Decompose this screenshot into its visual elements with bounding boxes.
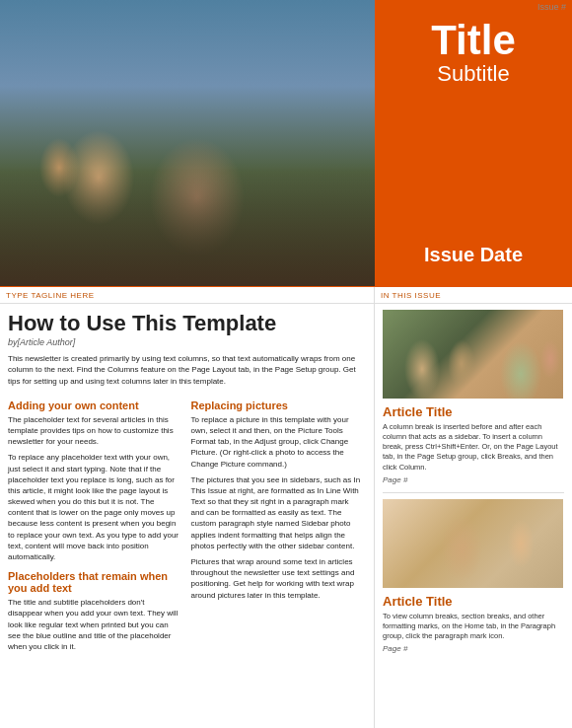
article-intro: This newsletter is created primarily by … bbox=[8, 353, 364, 387]
title-top: Title Subtitle bbox=[390, 20, 557, 87]
sidebar: Article Title A column break is inserted… bbox=[375, 304, 572, 728]
article-title: How to Use This Template bbox=[8, 312, 364, 335]
tagline-right: IN THIS ISSUE bbox=[375, 287, 572, 303]
sidebar-article2-page: Page # bbox=[383, 644, 564, 653]
section3-text2: The pictures that you see in sidebars, s… bbox=[191, 474, 365, 551]
two-column-layout: Adding your own content The placeholder … bbox=[8, 392, 364, 657]
hero-image bbox=[0, 0, 375, 286]
main-content: How to Use This Template by[Article Auth… bbox=[0, 304, 572, 728]
article-byline: by[Article Author] bbox=[8, 337, 364, 347]
sidebar-photo-1 bbox=[383, 310, 563, 399]
sidebar-article2-text: To view column breaks, section breaks, a… bbox=[383, 612, 564, 641]
col-left-half: Adding your own content The placeholder … bbox=[8, 392, 181, 657]
sidebar-article1-page: Page # bbox=[383, 475, 564, 484]
col-right-half: Replacing pictures To replace a picture … bbox=[191, 392, 365, 657]
issue-label: Issue # bbox=[537, 2, 566, 12]
title-bottom: Issue Date bbox=[390, 244, 557, 266]
section2-text: The title and subtitle placeholders don'… bbox=[8, 597, 181, 652]
title-panel: Title Subtitle Issue Date bbox=[375, 0, 572, 286]
section3-text3: Pictures that wrap around some text in a… bbox=[191, 556, 365, 601]
left-column: How to Use This Template by[Article Auth… bbox=[0, 304, 375, 728]
section1-heading: Adding your own content bbox=[8, 400, 181, 411]
section1-text2: To replace any placeholder text with you… bbox=[8, 452, 181, 562]
sidebar-article2-title: Article Title bbox=[383, 594, 564, 609]
sidebar-divider bbox=[383, 492, 564, 493]
tagline-left: TYPE TAGLINE HERE bbox=[0, 287, 375, 303]
section3-text1: To replace a picture in this template wi… bbox=[191, 414, 365, 470]
sidebar-article1-text: A column break is inserted before and af… bbox=[383, 422, 564, 473]
main-subtitle: Subtitle bbox=[390, 61, 557, 87]
sidebar-article1-title: Article Title bbox=[383, 404, 564, 419]
section1-text1: The placeholder text for several article… bbox=[8, 414, 181, 448]
header: TITLESUBTITLE Issue # Title Subtitle Iss… bbox=[0, 0, 572, 286]
issue-date: Issue Date bbox=[390, 244, 557, 266]
main-title: Title bbox=[390, 20, 557, 61]
sidebar-photo-2 bbox=[383, 499, 563, 588]
section2-heading: Placeholders that remain when you add te… bbox=[8, 570, 181, 594]
section3-heading: Replacing pictures bbox=[191, 400, 365, 411]
tagline-bar: TYPE TAGLINE HERE IN THIS ISSUE bbox=[0, 286, 572, 304]
